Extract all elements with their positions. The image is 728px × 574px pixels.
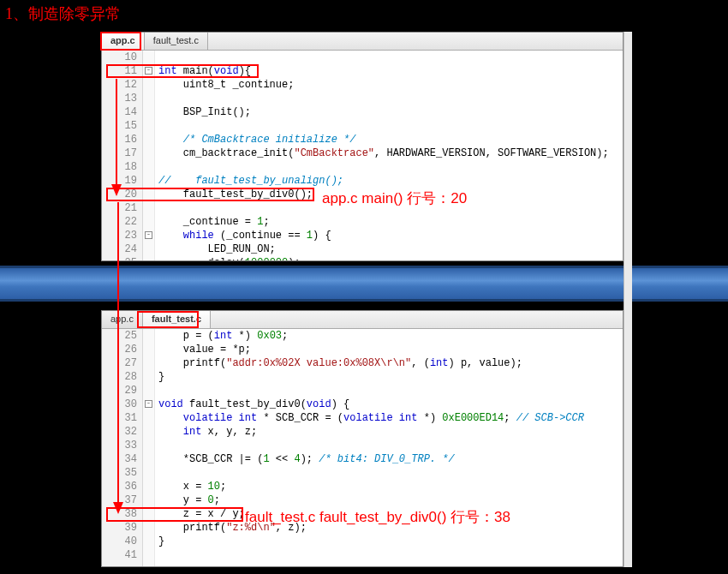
editor-pane-top: app.c fault_test.c 101112131415161718192… [101, 32, 624, 261]
code-body-bottom[interactable]: p = (int *) 0x03; value = *p; printf("ad… [155, 329, 623, 566]
fold-column-bottom[interactable]: - [143, 329, 155, 566]
code-area-top[interactable]: 1011121314151617181920212223242526 -- in… [102, 51, 623, 260]
tab-app-c-2[interactable]: app.c [102, 311, 143, 328]
code-area-bottom[interactable]: 2526272829303132333435363738394041 - p =… [102, 329, 623, 566]
line-gutter-top: 1011121314151617181920212223242526 [102, 51, 143, 260]
fold-column-top[interactable]: -- [143, 51, 155, 260]
tab-fault-test-c[interactable]: fault_test.c [145, 33, 208, 50]
annotation-title: 1、制造除零异常 [5, 3, 121, 24]
line-gutter-bottom: 2526272829303132333435363738394041 [102, 329, 143, 566]
tabs-bottom: app.c fault_test.c [102, 311, 623, 329]
separator-band [0, 266, 728, 302]
editor-pane-bottom: app.c fault_test.c 252627282930313233343… [101, 310, 624, 567]
tabs-top: app.c fault_test.c [102, 33, 623, 51]
tab-app-c[interactable]: app.c [102, 33, 145, 50]
right-side-strip [624, 32, 632, 567]
annotation-line38: fault_test.c fault_test_by_div0() 行号：38 [245, 507, 510, 527]
tab-fault-test-c-2[interactable]: fault_test.c [143, 311, 211, 328]
code-body-top[interactable]: int main(void){ uint8_t _continue; BSP_I… [155, 51, 623, 260]
annotation-line20: app.c main() 行号：20 [322, 188, 467, 208]
